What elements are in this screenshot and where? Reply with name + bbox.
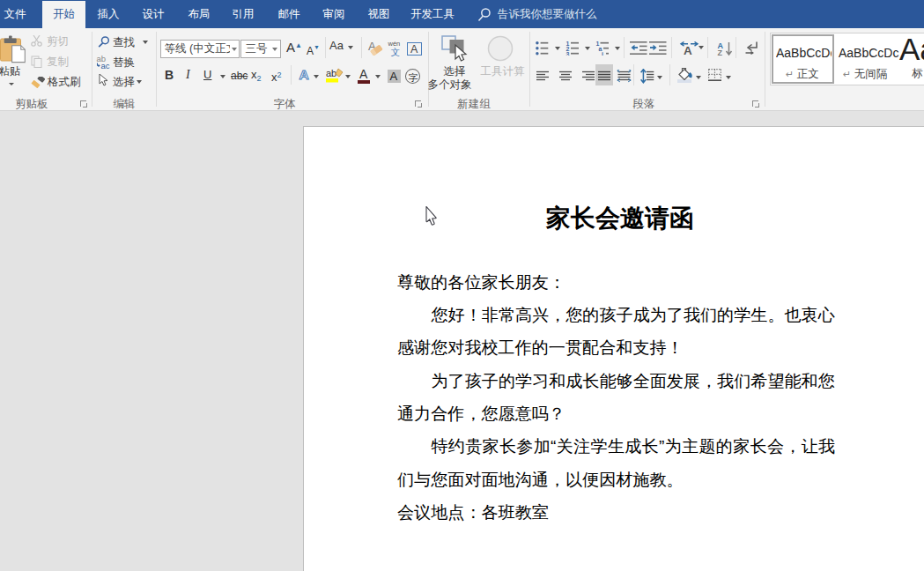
svg-text:ac: ac (101, 61, 110, 70)
svg-text:A: A (299, 67, 309, 82)
svg-text:A: A (684, 44, 692, 56)
svg-text:ab: ab (326, 68, 336, 78)
svg-text:3: 3 (566, 51, 570, 56)
svg-text:i: i (602, 51, 603, 56)
svg-text:文: 文 (391, 47, 401, 56)
svg-text:Z: Z (718, 48, 723, 56)
